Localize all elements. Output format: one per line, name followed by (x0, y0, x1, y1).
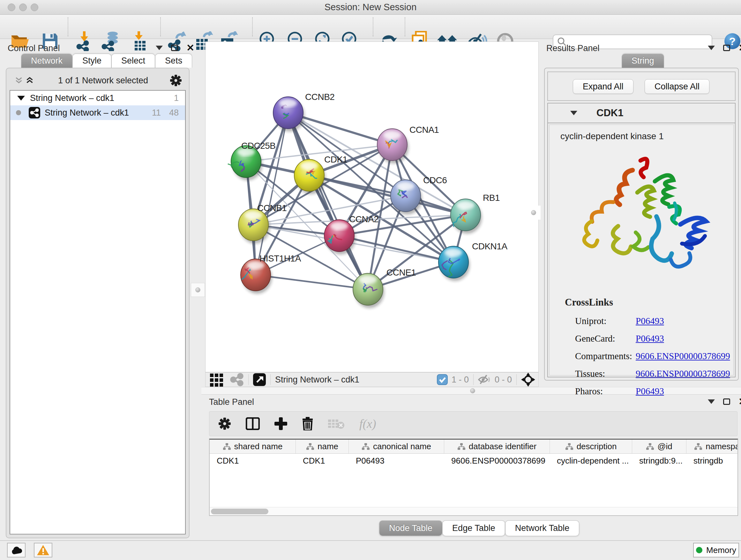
network-row[interactable]: String Network – cdk1 11 48 (10, 105, 185, 120)
table-settings-gear-icon[interactable] (218, 417, 231, 430)
table-panel-float-button[interactable] (723, 398, 730, 405)
open-in-new-window-icon[interactable] (253, 373, 266, 386)
network-list: String Network – cdk1 1 String Network –… (10, 90, 186, 535)
crosslink-label: Pharos: (575, 386, 636, 396)
crosslink-link[interactable]: P06493 (636, 333, 664, 344)
crosslink-link[interactable]: P06493 (636, 386, 664, 396)
node-table[interactable]: shared namenamecanonical namedatabase id… (209, 439, 738, 516)
tab-edge-table[interactable]: Edge Table (442, 520, 505, 536)
table-cell[interactable]: stringdb (686, 454, 738, 468)
table-cell[interactable]: P06493 (349, 454, 444, 468)
control-panel-tabs: NetworkStyleSelectSets (21, 54, 192, 68)
table-panel-close-button[interactable]: ✕ (738, 398, 741, 405)
network-node-CDC25B[interactable] (228, 145, 262, 180)
column-header-description[interactable]: description (550, 440, 632, 453)
network-status-dot (16, 110, 21, 115)
control-panel-float-button[interactable] (171, 45, 178, 51)
table-cell[interactable]: cyclin-dependent ... (550, 454, 632, 468)
tab-string[interactable]: String (622, 54, 664, 68)
maximize-window-button[interactable] (30, 3, 38, 11)
network-edge[interactable] (256, 113, 288, 275)
scrollbar-thumb[interactable] (211, 509, 268, 514)
add-column-plus-icon[interactable] (274, 417, 287, 430)
network-node-HIST1H1A[interactable] (241, 259, 272, 294)
results-panel-body: Expand All Collapse All CDK1 cyclin-depe… (544, 68, 739, 381)
crosslink-link[interactable]: 9606.ENSP00000378699 (636, 368, 730, 379)
network-node-CDKN1A[interactable] (439, 246, 470, 281)
network-edge[interactable] (256, 275, 368, 289)
network-node-CCNA1[interactable] (377, 129, 408, 164)
collapse-all-button[interactable]: Collapse All (645, 79, 710, 94)
right-splitter-handle[interactable] (527, 206, 541, 220)
sort-column-icon[interactable] (361, 443, 370, 450)
network-node-CCNE1[interactable] (353, 273, 384, 308)
cloud-icon (10, 546, 23, 555)
tab-network-table[interactable]: Network Table (505, 520, 580, 536)
show-columns-icon[interactable] (246, 417, 260, 430)
minimize-window-button[interactable] (19, 3, 27, 11)
table-cell[interactable]: stringdb:9... (632, 454, 686, 468)
gene-header[interactable]: CDK1 (548, 104, 735, 123)
tab-sets[interactable]: Sets (155, 54, 192, 68)
left-splitter-handle[interactable] (191, 283, 205, 297)
crosslink-row: Compartments:9606.ENSP00000378699 (575, 351, 733, 361)
control-panel-close-button[interactable]: ✕ (186, 45, 194, 51)
crosslink-link[interactable]: P06493 (636, 316, 664, 326)
results-panel-close-button[interactable]: ✕ (738, 45, 741, 51)
column-header-name[interactable]: name (296, 440, 349, 453)
table-panel-menu-caret[interactable] (708, 399, 715, 404)
memory-button[interactable]: Memory (693, 543, 739, 557)
node-count: 11 (152, 108, 161, 118)
expand-all-button[interactable]: Expand All (573, 79, 633, 94)
column-header-namespace[interactable]: namespace (686, 440, 738, 453)
selected-checkbox-icon[interactable] (437, 374, 448, 385)
crosslink-link[interactable]: 9606.ENSP00000378699 (636, 351, 730, 361)
tab-node-table[interactable]: Node Table (379, 520, 442, 536)
delete-column-trash-icon[interactable] (302, 417, 313, 430)
table-row[interactable]: CDK1CDK1P064939606.ENSP00000378699cyclin… (210, 454, 738, 468)
import-database-button[interactable] (99, 30, 122, 52)
table-cell[interactable]: CDK1 (210, 454, 296, 468)
status-bar: Memory (0, 540, 741, 560)
network-node-CDK1[interactable] (294, 159, 326, 194)
selected-count: 1 - 0 (452, 375, 469, 385)
tab-select[interactable]: Select (111, 54, 155, 68)
column-header-database-identifier[interactable]: database identifier (444, 440, 550, 453)
import-table-button[interactable] (129, 30, 151, 52)
gene-collapse-caret[interactable] (570, 111, 577, 115)
column-header-@id[interactable]: @id (632, 440, 686, 453)
column-header-canonical-name[interactable]: canonical name (349, 440, 444, 453)
table-horizontal-scrollbar[interactable] (210, 507, 738, 515)
collapse-all-icon[interactable] (15, 77, 23, 84)
network-collection-row[interactable]: String Network – cdk1 1 (10, 91, 185, 105)
sort-column-icon[interactable] (694, 443, 702, 450)
tab-style[interactable]: Style (72, 54, 111, 68)
sort-column-icon[interactable] (565, 443, 574, 450)
birds-eye-grid-icon[interactable] (209, 372, 224, 387)
table-cell[interactable]: 9606.ENSP00000378699 (444, 454, 550, 468)
network-options-gear-icon[interactable] (170, 74, 182, 86)
crosslink-label: Tissues: (575, 368, 636, 379)
tab-network[interactable]: Network (21, 54, 72, 68)
cloud-button[interactable] (7, 543, 25, 557)
fit-crosshair-icon[interactable] (521, 373, 535, 387)
network-canvas[interactable]: CCNB2CCNA1CDC25BCDK1CDC6RB1CCNB1CCNA2CDK… (205, 42, 539, 372)
close-window-button[interactable] (8, 3, 15, 11)
network-node-RB1[interactable] (451, 199, 482, 234)
tree-expand-caret[interactable] (17, 96, 25, 101)
network-node-CCNA2[interactable] (324, 220, 355, 254)
table-cell[interactable]: CDK1 (296, 454, 349, 468)
sort-column-icon[interactable] (646, 443, 654, 450)
expand-all-icon[interactable] (25, 77, 34, 84)
network-node-CCNB2[interactable] (273, 97, 305, 132)
results-panel-float-button[interactable] (723, 45, 730, 51)
import-network-button[interactable] (74, 30, 96, 52)
results-panel-menu-caret[interactable] (708, 46, 715, 50)
sort-column-icon[interactable] (457, 443, 466, 450)
column-header-shared-name[interactable]: shared name (210, 440, 296, 453)
warnings-button[interactable] (34, 543, 52, 557)
sort-column-icon[interactable] (306, 443, 314, 450)
sort-column-icon[interactable] (223, 443, 231, 450)
network-share-gray-icon[interactable] (230, 373, 244, 387)
control-panel-menu-caret[interactable] (156, 46, 163, 50)
